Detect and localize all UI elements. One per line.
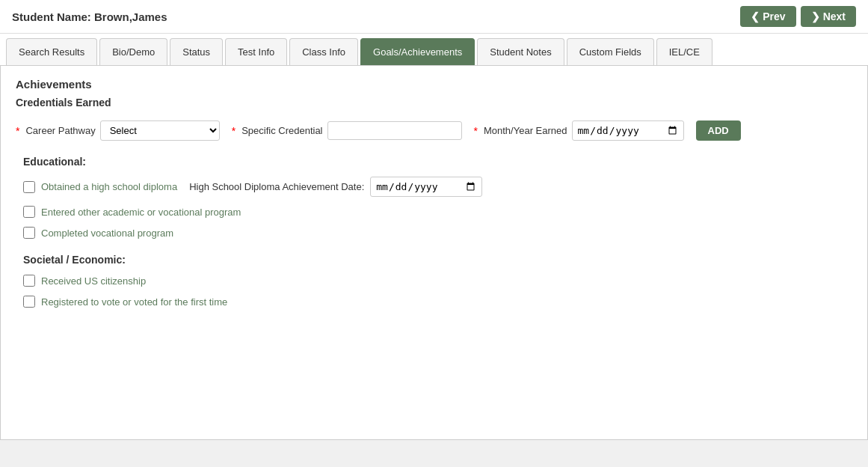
specific-credential-input[interactable]	[327, 121, 462, 140]
header: Student Name: Brown,James ❮ Prev ❯ Next	[0, 0, 868, 34]
tab-iel-ce[interactable]: IEL/CE	[656, 38, 712, 65]
student-name: Student Name: Brown,James	[12, 10, 167, 23]
prev-icon: ❮	[751, 10, 760, 22]
main-content: Achievements Credentials Earned * Career…	[0, 66, 868, 440]
month-year-label: Month/Year Earned	[484, 125, 567, 136]
hs-diploma-date-input[interactable]	[370, 177, 482, 197]
achievements-title: Achievements	[16, 78, 852, 91]
completed-vocational-checkbox[interactable]	[23, 227, 35, 239]
credentials-earned-title: Credentials Earned	[16, 97, 852, 109]
tab-student-notes[interactable]: Student Notes	[477, 38, 564, 65]
month-year-required: *	[474, 125, 478, 137]
societal-title: Societal / Economic:	[23, 254, 852, 266]
month-year-input[interactable]	[572, 120, 684, 141]
hs-diploma-row: Obtained a high school diploma High Scho…	[23, 177, 852, 197]
specific-credential-group: * Specific Credential	[232, 121, 462, 140]
completed-vocational-row: Completed vocational program	[23, 227, 852, 239]
specific-credential-label: Specific Credential	[241, 125, 322, 136]
us-citizenship-row: Received US citizenship	[23, 275, 852, 287]
educational-section: Educational: Obtained a high school dipl…	[16, 156, 852, 239]
registered-vote-checkbox[interactable]	[23, 296, 35, 308]
completed-vocational-label: Completed vocational program	[41, 228, 173, 239]
tab-bar: Search Results Bio/Demo Status Test Info…	[0, 34, 868, 66]
tab-custom-fields[interactable]: Custom Fields	[567, 38, 654, 65]
vocational-program-checkbox[interactable]	[23, 206, 35, 218]
registered-vote-label: Registered to vote or voted for the firs…	[41, 296, 227, 308]
tab-test-info[interactable]: Test Info	[225, 38, 287, 65]
tab-status[interactable]: Status	[170, 38, 223, 65]
tab-class-info[interactable]: Class Info	[289, 38, 358, 65]
next-icon: ❯	[811, 10, 820, 22]
tab-goals-achievements[interactable]: Goals/Achievements	[360, 38, 475, 65]
hs-diploma-date-label: High School Diploma Achievement Date:	[189, 181, 364, 192]
career-pathway-select[interactable]: Select Option 1	[100, 120, 220, 141]
educational-title: Educational:	[23, 156, 852, 168]
credentials-row: * Career Pathway Select Option 1 * Speci…	[16, 120, 852, 141]
vocational-program-row: Entered other academic or vocational pro…	[23, 206, 852, 218]
us-citizenship-label: Received US citizenship	[41, 275, 146, 287]
next-button[interactable]: ❯ Next	[801, 6, 856, 27]
career-pathway-label: Career Pathway	[25, 125, 95, 136]
career-pathway-group: * Career Pathway Select Option 1	[16, 120, 220, 141]
hs-diploma-checkbox[interactable]	[23, 181, 35, 193]
add-button[interactable]: ADD	[696, 120, 741, 141]
vocational-program-label: Entered other academic or vocational pro…	[41, 207, 241, 218]
nav-buttons: ❮ Prev ❯ Next	[740, 6, 856, 27]
career-pathway-required: *	[16, 125, 19, 137]
prev-button[interactable]: ❮ Prev	[740, 6, 795, 27]
specific-credential-required: *	[232, 125, 236, 137]
societal-section: Societal / Economic: Received US citizen…	[16, 254, 852, 308]
hs-diploma-label: Obtained a high school diploma	[41, 181, 177, 192]
month-year-group: * Month/Year Earned	[474, 120, 684, 141]
tab-bio-demo[interactable]: Bio/Demo	[99, 38, 167, 65]
registered-vote-row: Registered to vote or voted for the firs…	[23, 296, 852, 308]
us-citizenship-checkbox[interactable]	[23, 275, 35, 287]
tab-search-results[interactable]: Search Results	[6, 38, 97, 65]
